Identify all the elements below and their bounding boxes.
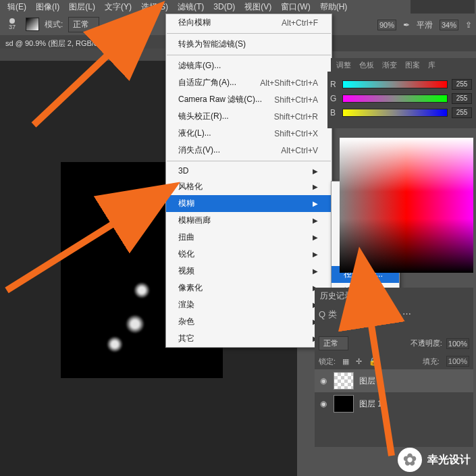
tab-swatches[interactable]: 色板: [359, 60, 374, 70]
brush-preset[interactable]: 37: [4, 16, 20, 32]
crop-tool-icon[interactable]: ◩: [358, 309, 366, 321]
watermark-text: 幸光设计: [427, 453, 471, 467]
smoothing-label: 平滑: [417, 20, 433, 31]
menu-item-shortcut: Shift+Ctrl+X: [274, 129, 318, 138]
layers-panel: 正常 不透明度: 100% 锁定: ▦ ✢ 🔒 填充: 100% ◉ 图层 2 …: [315, 334, 473, 447]
window-control-placeholder: [411, 0, 475, 14]
filter-camera-raw[interactable]: Camera Raw 滤镜(C)... Shift+Ctrl+A: [166, 91, 332, 108]
menu-item-label: Camera Raw 滤镜(C)...: [178, 94, 262, 105]
menu-layer[interactable]: 图层(L): [64, 0, 100, 14]
fill-value[interactable]: 100%: [446, 356, 469, 367]
filter-sub-noise[interactable]: 杂色▶: [166, 313, 332, 330]
tab-gradients[interactable]: 渐变: [382, 60, 397, 70]
submenu-arrow-icon: ▶: [313, 167, 318, 175]
menu-view[interactable]: 视图(V): [240, 0, 276, 14]
tab-patterns[interactable]: 图案: [405, 60, 420, 70]
opacity-label: 不透明度:: [411, 338, 442, 348]
menu-item-label: 径向模糊: [178, 17, 211, 28]
submenu-arrow-icon: ▶: [313, 234, 318, 241]
r-value[interactable]: 255: [452, 79, 472, 90]
menubar: 辑(E) 图像(I) 图层(L) 文字(Y) 选择(S) 滤镜(T) 3D(D)…: [0, 0, 476, 14]
opacity-value[interactable]: 100%: [446, 338, 469, 349]
layer-thumb: [334, 395, 354, 413]
layer-row-1[interactable]: ◉ 图层 1: [315, 392, 473, 415]
color-picker[interactable]: [340, 138, 473, 273]
filter-last[interactable]: 径向模糊 Alt+Ctrl+F: [166, 14, 332, 31]
watermark: ✿ 幸光设计: [398, 448, 471, 472]
visibility-icon[interactable]: ◉: [319, 376, 328, 386]
submenu-arrow-icon: ▶: [313, 183, 318, 190]
filter-sub-3d[interactable]: 3D▶: [166, 163, 332, 178]
filter-liquify[interactable]: 液化(L)... Shift+Ctrl+X: [166, 125, 332, 142]
visibility-icon[interactable]: ◉: [319, 399, 328, 408]
g-value[interactable]: 255: [452, 93, 472, 104]
menu-item-label: 模糊画廊: [178, 215, 211, 226]
menu-item-label: 扭曲: [178, 232, 194, 243]
submenu-arrow-icon: ▶: [313, 250, 318, 258]
blend-mode-select[interactable]: 正常: [68, 17, 99, 32]
b-slider[interactable]: [342, 109, 448, 117]
fill-label: 填充:: [423, 356, 440, 367]
filter-sub-sharpen[interactable]: 锐化▶: [166, 246, 332, 263]
airbrush-icon[interactable]: ✒: [403, 20, 410, 30]
hand-tool-icon[interactable]: ✋: [385, 309, 396, 321]
filter-sub-pixelate[interactable]: 像素化▶: [166, 280, 332, 296]
menu-item-label: 模糊: [178, 198, 194, 209]
mode-label: 模式:: [45, 19, 63, 30]
lock-all-icon[interactable]: 🔒: [369, 357, 378, 366]
menu-window[interactable]: 窗口(W): [276, 0, 315, 14]
menu-filter[interactable]: 滤镜(T): [173, 0, 209, 14]
menu-edit[interactable]: 辑(E): [3, 0, 31, 14]
search-prefix[interactable]: Q 类: [319, 309, 337, 321]
filter-sub-blur[interactable]: 模糊▶: [166, 195, 332, 212]
g-slider[interactable]: [342, 95, 448, 103]
filter-sub-render[interactable]: 渲染▶: [166, 296, 332, 313]
smoothing-value[interactable]: 34%: [440, 20, 458, 30]
filter-sub-stylize[interactable]: 风格化▶: [166, 178, 332, 195]
menu-item-label: 视频: [178, 265, 194, 277]
history-title: 历史记录: [315, 288, 473, 305]
brush-size: 37: [9, 24, 16, 30]
filter-sub-distort[interactable]: 扭曲▶: [166, 229, 332, 246]
menu-type[interactable]: 文字(Y): [100, 0, 136, 14]
menu-image[interactable]: 图像(I): [31, 0, 64, 14]
tab-adjust[interactable]: 调整: [336, 60, 351, 70]
filter-adaptive-wide[interactable]: 自适应广角(A)... Alt+Shift+Ctrl+A: [166, 74, 332, 91]
menu-item-label: 转换为智能滤镜(S): [178, 38, 246, 50]
b-value[interactable]: 255: [452, 107, 472, 118]
menu-help[interactable]: 帮助(H): [315, 0, 352, 14]
filter-sub-other[interactable]: 其它▶: [166, 330, 332, 347]
zoom-percent[interactable]: 90%: [377, 20, 396, 30]
filter-sub-video[interactable]: 视频▶: [166, 263, 332, 280]
lock-pixels-icon[interactable]: ▦: [342, 357, 349, 366]
brush-dot-icon: [9, 18, 15, 24]
r-label: R: [330, 80, 338, 89]
submenu-arrow-icon: ▶: [313, 200, 318, 207]
text-tool-icon[interactable]: T: [373, 309, 378, 321]
filter-convert-smart[interactable]: 转换为智能滤镜(S): [166, 36, 332, 53]
layer-row-2[interactable]: ◉ 图层 2: [315, 369, 473, 392]
gradient-icon[interactable]: [26, 18, 39, 31]
menu-select[interactable]: 选择(S): [136, 0, 173, 14]
filter-lens-correction[interactable]: 镜头校正(R)... Shift+Ctrl+R: [166, 108, 332, 125]
layer-name: 图层 2: [359, 375, 382, 387]
lock-label: 锁定:: [319, 356, 336, 367]
layer-blend-mode[interactable]: 正常: [319, 336, 348, 350]
menu-item-label: 滤镜库(G)...: [178, 60, 221, 72]
color-panel: R255 G255 B255: [327, 72, 476, 128]
b-label: B: [330, 108, 338, 117]
more-icon[interactable]: ⋯: [402, 309, 411, 321]
share-icon[interactable]: ⇪: [465, 20, 472, 30]
move-tool-icon[interactable]: ✥: [344, 309, 351, 321]
lock-position-icon[interactable]: ✢: [356, 357, 362, 366]
tab-libraries[interactable]: 库: [428, 60, 435, 70]
layer-thumb: [334, 372, 354, 390]
menu-item-shortcut: Shift+Ctrl+R: [274, 112, 318, 122]
menu-item-shortcut: Alt+Shift+Ctrl+A: [260, 78, 318, 88]
filter-gallery[interactable]: 滤镜库(G)...: [166, 57, 332, 74]
filter-sub-blur-gallery[interactable]: 模糊画廊▶: [166, 212, 332, 229]
filter-vanishing-point[interactable]: 消失点(V)... Alt+Ctrl+V: [166, 142, 332, 159]
menu-item-label: 风格化: [178, 181, 203, 192]
menu-3d[interactable]: 3D(D): [209, 1, 240, 13]
r-slider[interactable]: [342, 80, 448, 88]
